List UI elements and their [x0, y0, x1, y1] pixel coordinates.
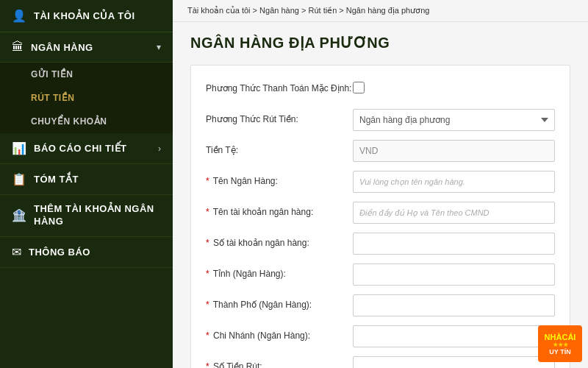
form-container: Phương Thức Thanh Toán Mặc Định: Phương …: [190, 65, 570, 368]
page-content: NGÂN HÀNG ĐỊA PHƯƠNG Phương Thức Thanh T…: [173, 22, 588, 368]
input-tien-te: [353, 140, 555, 162]
label-tinh: * Tỉnh (Ngân Hàng):: [206, 269, 353, 280]
input-so-tien-rut[interactable]: [353, 356, 555, 368]
form-row-mac-dinh: Phương Thức Thanh Toán Mặc Định:: [206, 77, 555, 101]
sidebar-item-chuyen-khoan[interactable]: CHUYỂN KHOẢN: [0, 110, 173, 133]
them-tai-khoan-label: THÊM TÀI KHOẢN NGÂNHÀNG: [34, 203, 154, 228]
label-tien-te: Tiền Tệ:: [206, 145, 353, 157]
form-row-phuong-thuc: Phương Thức Rút Tiền: Ngân hàng địa phươ…: [206, 108, 555, 132]
mail-icon: ✉: [12, 245, 21, 259]
form-row-tien-te: Tiền Tệ:: [206, 139, 555, 163]
logo-stars: ★★★: [553, 342, 568, 348]
input-ten-tai-khoan[interactable]: [353, 202, 555, 224]
form-row-so-tien-rut: * Số Tiền Rút:: [206, 355, 555, 368]
control-thanh-pho: [353, 294, 555, 316]
tom-tat-label: TÓM TẮT: [34, 174, 79, 185]
summary-icon: 📋: [12, 172, 26, 186]
control-so-tien-rut: [353, 356, 555, 368]
control-ten-ngan-hang: [353, 171, 555, 193]
main-content: Tài khoản của tôi > Ngân hàng > Rút tiền…: [173, 0, 588, 368]
input-tinh[interactable]: [353, 263, 555, 286]
breadcrumb-ngan-hang[interactable]: Ngân hàng: [259, 6, 299, 15]
bao-cao-label: BÁO CÁO CHI TIẾT: [34, 143, 127, 154]
logo-brand: NHÀCÁI: [545, 333, 576, 342]
input-so-tai-khoan[interactable]: [353, 233, 555, 255]
input-chi-nhanh[interactable]: [353, 325, 555, 347]
control-tinh: [353, 263, 555, 286]
sidebar-header[interactable]: 👤 TÀI KHOẢN CỦA TÔI: [0, 0, 173, 32]
ngan-hang-submenu: GỬI TIỀN RÚT TIỀN CHUYỂN KHOẢN: [0, 63, 173, 133]
input-thanh-pho[interactable]: [353, 294, 555, 316]
label-ten-ngan-hang: * Tên Ngân Hàng:: [206, 176, 353, 188]
control-so-tai-khoan: [353, 233, 555, 255]
logo-badge: NHÀCÁI ★★★ UY TÍN: [538, 325, 582, 362]
form-row-ten-tai-khoan: * Tên tài khoản ngân hàng:: [206, 201, 555, 224]
input-ten-ngan-hang[interactable]: [353, 171, 555, 193]
control-chi-nhanh: [353, 325, 555, 347]
form-row-chi-nhanh: * Chi Nhánh (Ngân Hàng):: [206, 325, 555, 348]
label-phuong-thuc: Phương Thức Rút Tiền:: [206, 114, 353, 126]
control-mac-dinh: [353, 82, 555, 96]
page-title: NGÂN HÀNG ĐỊA PHƯƠNG: [190, 34, 570, 52]
label-so-tai-khoan: * Số tài khoản ngân hàng:: [206, 238, 353, 250]
sidebar-item-gui-tien[interactable]: GỬI TIỀN: [0, 63, 173, 86]
breadcrumb-rut-tien[interactable]: Rút tiền: [308, 6, 337, 15]
label-chi-nhanh: * Chi Nhánh (Ngân Hàng):: [206, 330, 353, 342]
report-icon: 📊: [12, 141, 26, 155]
sidebar-item-ngan-hang[interactable]: 🏛 NGÂN HÀNG ▾: [0, 32, 173, 63]
label-ten-tai-khoan: * Tên tài khoản ngân hàng:: [206, 207, 353, 219]
chevron-down-icon: ▾: [157, 42, 161, 52]
label-mac-dinh: Phương Thức Thanh Toán Mặc Định:: [206, 83, 353, 95]
control-tien-te: [353, 140, 555, 162]
thong-bao-label: THÔNG BÁO: [29, 247, 90, 258]
control-phuong-thuc: Ngân hàng địa phương: [353, 109, 555, 131]
form-row-thanh-pho: * Thành Phố (Ngân Hàng):: [206, 294, 555, 317]
sidebar-item-tom-tat[interactable]: 📋 TÓM TẮT: [0, 164, 173, 195]
control-ten-tai-khoan: [353, 202, 555, 224]
sidebar-item-rut-tien[interactable]: RÚT TIỀN: [0, 86, 173, 110]
sidebar: 👤 TÀI KHOẢN CỦA TÔI 🏛 NGÂN HÀNG ▾ GỬI TI…: [0, 0, 173, 368]
form-row-so-tai-khoan: * Số tài khoản ngân hàng:: [206, 232, 555, 255]
form-row-ten-ngan-hang: * Tên Ngân Hàng:: [206, 170, 555, 194]
label-thanh-pho: * Thành Phố (Ngân Hàng):: [206, 300, 353, 311]
sidebar-header-label: TÀI KHOẢN CỦA TÔI: [34, 10, 135, 21]
breadcrumb-current: Ngân hàng địa phương: [346, 6, 430, 15]
sidebar-item-thong-bao[interactable]: ✉ THÔNG BÁO: [0, 237, 173, 268]
bank-icon: 🏛: [12, 40, 24, 54]
form-row-tinh: * Tỉnh (Ngân Hàng):: [206, 263, 555, 286]
breadcrumb: Tài khoản của tôi > Ngân hàng > Rút tiền…: [173, 0, 588, 22]
sidebar-item-them-tai-khoan[interactable]: 🏦 THÊM TÀI KHOẢN NGÂNHÀNG: [0, 195, 173, 237]
ngan-hang-label: NGÂN HÀNG: [31, 42, 93, 53]
checkbox-mac-dinh[interactable]: [353, 82, 365, 93]
select-phuong-thuc[interactable]: Ngân hàng địa phương: [353, 109, 555, 131]
user-icon: 👤: [12, 9, 26, 23]
logo-line2: UY TÍN: [549, 348, 570, 355]
chevron-right-icon: ›: [158, 144, 161, 154]
label-so-tien-rut: * Số Tiền Rút:: [206, 361, 353, 368]
sidebar-item-bao-cao[interactable]: 📊 BÁO CÁO CHI TIẾT ›: [0, 133, 173, 164]
add-bank-icon: 🏦: [12, 208, 26, 222]
breadcrumb-home[interactable]: Tài khoản của tôi: [187, 6, 251, 15]
